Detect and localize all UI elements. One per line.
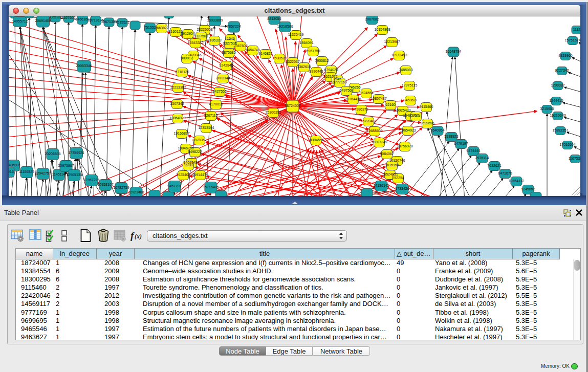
svg-text:1546: 1546 xyxy=(227,36,235,40)
svg-text:9777169: 9777169 xyxy=(333,80,346,83)
svg-text:751552: 751552 xyxy=(144,25,156,29)
svg-text:16648784: 16648784 xyxy=(445,49,461,53)
svg-text:10756928: 10756928 xyxy=(397,144,412,147)
svg-text:6479197: 6479197 xyxy=(454,141,468,145)
svg-text:17359924: 17359924 xyxy=(68,150,84,154)
svg-text:1362615: 1362615 xyxy=(297,64,311,68)
svg-text:16210643: 16210643 xyxy=(550,113,565,117)
svg-text:3624554: 3624554 xyxy=(359,91,373,94)
svg-text:8186328: 8186328 xyxy=(207,38,221,41)
svg-text:9245652: 9245652 xyxy=(521,187,535,190)
svg-text:9938: 9938 xyxy=(184,163,192,166)
svg-text:6497568: 6497568 xyxy=(339,88,353,92)
svg-text:8813054: 8813054 xyxy=(267,16,281,20)
svg-text:1209382: 1209382 xyxy=(551,83,564,86)
svg-text:f: f xyxy=(130,230,135,241)
svg-text:9327503: 9327503 xyxy=(194,34,208,37)
svg-text:8322037: 8322037 xyxy=(286,59,299,63)
svg-text:10654112: 10654112 xyxy=(509,179,525,182)
svg-text:19166827: 19166827 xyxy=(173,131,189,135)
svg-text:9457791: 9457791 xyxy=(167,184,181,187)
svg-text:19384554: 19384554 xyxy=(308,138,323,141)
svg-text:3215955: 3215955 xyxy=(540,106,554,110)
svg-text:9084067: 9084067 xyxy=(380,151,394,155)
svg-text:252254: 252254 xyxy=(392,176,404,179)
svg-text:9329966: 9329966 xyxy=(558,53,572,57)
svg-text:8454749: 8454749 xyxy=(246,48,259,51)
svg-text:1507342: 1507342 xyxy=(170,101,184,105)
svg-text:7515521: 7515521 xyxy=(115,20,129,24)
svg-text:10025433: 10025433 xyxy=(395,108,410,112)
svg-text:12942757: 12942757 xyxy=(35,171,51,174)
svg-text:8878352: 8878352 xyxy=(192,138,206,141)
svg-text:3267110: 3267110 xyxy=(204,113,218,117)
svg-text:10958107: 10958107 xyxy=(97,182,113,186)
svg-text:11325419: 11325419 xyxy=(288,32,304,36)
svg-text:1904: 1904 xyxy=(412,114,420,117)
svg-text:16154808: 16154808 xyxy=(374,27,390,31)
svg-text:8471676: 8471676 xyxy=(498,171,512,174)
svg-text:15751674: 15751674 xyxy=(564,38,580,41)
svg-text:989012: 989012 xyxy=(181,56,192,59)
svg-text:10046756: 10046756 xyxy=(178,146,193,149)
svg-text:2718120: 2718120 xyxy=(175,70,189,73)
svg-text:5498222: 5498222 xyxy=(188,149,202,153)
svg-text:7632621: 7632621 xyxy=(487,163,501,167)
svg-text:8427552: 8427552 xyxy=(212,89,226,93)
svg-text:9463627: 9463627 xyxy=(403,98,417,101)
svg-text:16914479: 16914479 xyxy=(192,172,208,176)
svg-text:2588520: 2588520 xyxy=(272,56,286,59)
svg-text:9474444: 9474444 xyxy=(466,148,480,152)
svg-text:18724007: 18724007 xyxy=(285,103,300,107)
svg-text:2087682: 2087682 xyxy=(365,17,379,20)
svg-text:18807249: 18807249 xyxy=(371,140,387,143)
svg-text:1527602: 1527602 xyxy=(61,16,75,19)
svg-text:1435901: 1435901 xyxy=(9,163,21,166)
svg-text:1112: 1112 xyxy=(573,27,580,31)
svg-text:17016504: 17016504 xyxy=(559,142,575,146)
svg-text:16033809: 16033809 xyxy=(207,18,223,21)
svg-text:16782759: 16782759 xyxy=(113,185,129,189)
svg-text:1244415: 1244415 xyxy=(549,98,563,102)
svg-text:1145194: 1145194 xyxy=(52,172,66,176)
svg-text:7663822: 7663822 xyxy=(155,26,168,29)
svg-text:9242845: 9242845 xyxy=(219,63,233,67)
svg-text:62160: 62160 xyxy=(385,102,396,106)
svg-text:6961758: 6961758 xyxy=(306,49,320,52)
svg-text:20206536: 20206536 xyxy=(45,151,60,155)
svg-text:2935114: 2935114 xyxy=(475,156,489,159)
svg-text:10120746: 10120746 xyxy=(389,158,405,162)
svg-text:30975867: 30975867 xyxy=(58,163,74,167)
svg-text:21364436: 21364436 xyxy=(345,97,361,100)
svg-text:(x): (x) xyxy=(135,233,142,240)
svg-text:1640954: 1640954 xyxy=(430,128,444,132)
svg-text:15716485: 15716485 xyxy=(203,185,219,188)
svg-text:14136141: 14136141 xyxy=(373,183,389,187)
svg-text:10688609: 10688609 xyxy=(366,128,382,132)
svg-text:11156829: 11156829 xyxy=(19,169,34,173)
svg-text:7986372: 7986372 xyxy=(354,107,368,111)
svg-text:1733426: 1733426 xyxy=(395,186,409,190)
svg-text:12975115: 12975115 xyxy=(402,83,418,86)
svg-text:1065326: 1065326 xyxy=(48,16,62,19)
svg-text:12213382: 12213382 xyxy=(170,85,186,89)
svg-text:16543382: 16543382 xyxy=(187,40,203,44)
svg-text:3875685: 3875685 xyxy=(222,50,235,54)
svg-text:9699695: 9699695 xyxy=(420,121,434,124)
svg-text:4170016: 4170016 xyxy=(209,102,223,105)
svg-text:9146821: 9146821 xyxy=(258,51,272,55)
svg-text:1864091: 1864091 xyxy=(299,40,313,44)
svg-text:23226058: 23226058 xyxy=(197,27,212,31)
svg-text:12213967: 12213967 xyxy=(384,39,400,43)
svg-text:6794028: 6794028 xyxy=(324,68,338,71)
svg-text:2803144: 2803144 xyxy=(216,76,230,79)
svg-text:8912954: 8912954 xyxy=(181,31,194,35)
svg-text:14055712: 14055712 xyxy=(12,19,28,23)
svg-text:8990443: 8990443 xyxy=(309,69,323,73)
svg-text:7857224: 7857224 xyxy=(227,24,241,28)
svg-text:10671355: 10671355 xyxy=(101,19,117,23)
svg-text:15720407: 15720407 xyxy=(360,119,376,122)
svg-text:19654923: 19654923 xyxy=(400,128,416,132)
svg-text:20691406: 20691406 xyxy=(35,18,51,22)
svg-text:19218506: 19218506 xyxy=(277,24,293,28)
